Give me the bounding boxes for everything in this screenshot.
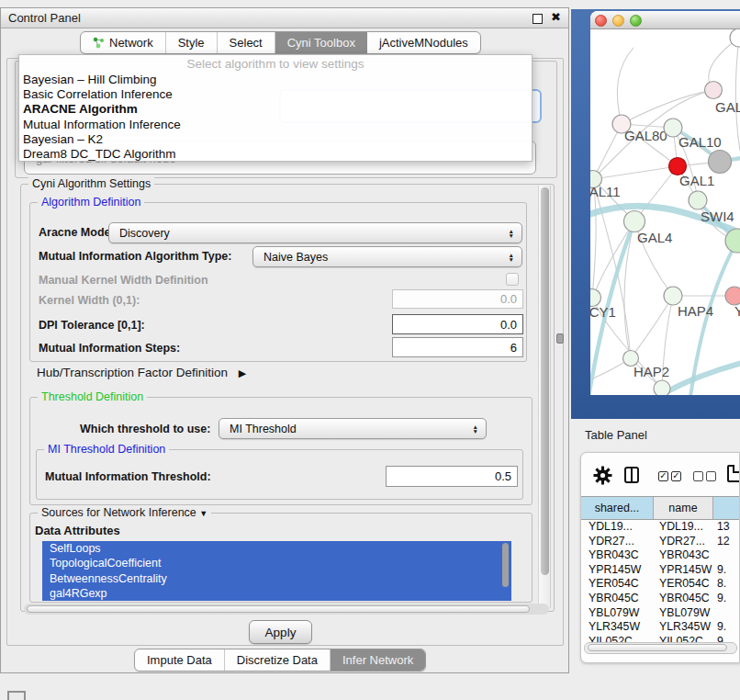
table-cell: YER054C	[581, 577, 654, 592]
tab-infer-network[interactable]: Infer Network	[331, 649, 425, 671]
algorithm-popup-prompt: Select algorithm to view settings	[19, 55, 532, 73]
data-attributes-list[interactable]: SelfLoopsTopologicalCoefficientBetweenne…	[42, 541, 511, 601]
network-window[interactable]: GALGAL80GAL10GAL1GAL11SWI4GAL4GCY1HAP4YH…	[590, 11, 740, 395]
table-row[interactable]: YDL19...YDL19...13	[581, 520, 740, 535]
column-layout-icon[interactable]	[624, 467, 639, 483]
attribute-item[interactable]: TopologicalCoefficient	[42, 556, 511, 570]
table-row[interactable]: YBR045CYBR045C9.	[581, 592, 740, 606]
mi-steps-field[interactable]: 6	[392, 337, 523, 357]
network-node-label: GAL80	[624, 128, 667, 143]
table-row[interactable]: YLR345WYLR345W9.	[581, 620, 740, 635]
which-threshold-value: MI Threshold	[230, 423, 297, 435]
aracne-mode-combo[interactable]: Discovery ▲▼	[108, 222, 522, 243]
mi-steps-value: 6	[510, 341, 517, 355]
dpi-tolerance-value: 0.0	[500, 318, 517, 332]
table-row[interactable]: YBL079WYBL079W	[581, 606, 740, 621]
settings-horizontal-scrollbar-thumb[interactable]	[27, 605, 530, 613]
document-icon[interactable]	[727, 465, 740, 482]
apply-button[interactable]: Apply	[249, 620, 312, 644]
unchecked-checkbox-icon[interactable]	[706, 471, 716, 481]
mi-threshold-group-title: MI Threshold Definition	[44, 443, 169, 456]
float-window-icon[interactable]	[533, 14, 543, 24]
sources-group-title[interactable]: Sources for Network Inference ▼	[38, 506, 211, 519]
algorithm-option[interactable]: Basic Correlation Inference	[19, 87, 532, 102]
close-icon[interactable]: ✖	[551, 10, 561, 24]
table-row[interactable]: YPR145WYPR145W9.	[581, 563, 740, 578]
minimize-traffic-light[interactable]	[612, 15, 624, 27]
table-horizontal-scrollbar[interactable]	[584, 642, 737, 654]
table-row[interactable]: YER054CYER054C8.	[581, 577, 740, 592]
table-row[interactable]: YDR27...YDR27...12	[581, 535, 740, 549]
mi-type-combo[interactable]: Naive Bayes ▲▼	[252, 246, 522, 267]
network-edge[interactable]	[622, 90, 713, 124]
network-edge[interactable]	[735, 38, 740, 151]
table-cell: YER054C	[654, 577, 713, 592]
network-node-hap4[interactable]	[664, 287, 682, 305]
table-panel-card: ✓ ✓ shared...name YDL19...YDL19...13YDR2…	[580, 452, 740, 663]
mi-threshold-field[interactable]: 0.5	[386, 466, 518, 487]
attribute-item[interactable]: gal4RGexp	[42, 586, 511, 601]
table-cell: YPR145W	[581, 563, 654, 578]
checked-checkbox-icon[interactable]: ✓	[671, 471, 681, 481]
dpi-tolerance-field[interactable]: 0.0	[392, 314, 523, 334]
tab-label: Impute Data	[147, 653, 212, 667]
mi-steps-label: Mutual Information Steps:	[39, 342, 180, 355]
checked-checkbox-icon[interactable]: ✓	[658, 471, 668, 481]
tab-label: Network	[109, 36, 153, 50]
tab-cyni-toolbox[interactable]: Cyni Toolbox	[275, 32, 367, 53]
settings-horizontal-scrollbar[interactable]	[24, 604, 549, 615]
which-threshold-combo[interactable]: MI Threshold ▲▼	[219, 418, 487, 439]
bottom-left-mini-button[interactable]	[7, 691, 26, 700]
network-node-y[interactable]	[725, 287, 740, 305]
network-edge[interactable]	[631, 296, 673, 358]
algorithm-option[interactable]: Bayesian – Hill Climbing	[19, 73, 532, 87]
tab-discretize-data[interactable]: Discretize Data	[225, 649, 331, 671]
tab-jactivemnodules[interactable]: jActiveMNodules	[367, 32, 480, 53]
algorithm-dropdown-popup: Select algorithm to view settings Bayesi…	[18, 54, 533, 162]
tab-select[interactable]: Select	[218, 32, 275, 53]
network-node[interactable]	[654, 380, 670, 395]
attributes-list-scrollbar[interactable]	[502, 543, 509, 587]
panel-divider-handle[interactable]	[556, 333, 564, 344]
table-horizontal-scrollbar-thumb[interactable]	[588, 644, 727, 651]
column-header[interactable]: shared...	[581, 497, 654, 519]
column-header[interactable]	[713, 497, 740, 519]
unchecked-checkbox-icon[interactable]	[693, 471, 703, 481]
hub-definition-expander[interactable]: Hub/Transcription Factor Definition ▶	[37, 366, 246, 379]
network-node[interactable]	[730, 29, 740, 47]
algorithm-option[interactable]: Mutual Information Inference	[19, 118, 532, 132]
zoom-traffic-light[interactable]	[630, 15, 642, 27]
stepper-arrows-icon: ▲▼	[509, 228, 514, 238]
manual-kernel-checkbox[interactable]	[506, 273, 519, 286]
algorithm-option[interactable]: Bayesian – K2	[19, 132, 532, 147]
network-edge[interactable]	[590, 231, 592, 298]
tab-impute-data[interactable]: Impute Data	[135, 649, 225, 671]
table-cell: YBL079W	[654, 606, 713, 621]
tab-label: Cyni Toolbox	[287, 36, 355, 50]
network-edge[interactable]	[593, 166, 678, 179]
column-header[interactable]: name	[654, 497, 713, 519]
attribute-item[interactable]: BetweennessCentrality	[42, 571, 511, 586]
settings-vertical-scrollbar[interactable]	[538, 186, 551, 608]
tab-network[interactable]: Network	[81, 32, 166, 53]
network-node-gal[interactable]	[705, 82, 723, 99]
network-icon	[93, 37, 105, 49]
gear-icon[interactable]	[592, 465, 613, 486]
table-header-row[interactable]: shared...name	[581, 496, 740, 520]
network-node[interactable]	[709, 151, 732, 174]
network-edge[interactable]	[617, 48, 633, 124]
close-traffic-light[interactable]	[595, 15, 607, 27]
network-node-label: GAL	[715, 99, 740, 115]
tab-style[interactable]: Style	[166, 32, 218, 53]
settings-vertical-scrollbar-thumb[interactable]	[541, 187, 549, 575]
table-row[interactable]: YBR043CYBR043C	[581, 548, 740, 563]
kernel-width-field: 0.0	[392, 289, 523, 309]
algorithm-option[interactable]: Dream8 DC_TDC Algorithm	[19, 147, 532, 162]
network-graph[interactable]: GALGAL80GAL10GAL1GAL11SWI4GAL4GCY1HAP4YH…	[590, 29, 740, 395]
table-cell: YBR043C	[654, 548, 713, 563]
attribute-item[interactable]: SelfLoops	[42, 541, 511, 556]
network-window-titlebar[interactable]	[590, 11, 740, 29]
table-cell: YDL19...	[581, 520, 654, 535]
algorithm-option[interactable]: ARACNE Algorithm	[19, 102, 532, 117]
network-node-swi4[interactable]	[689, 191, 707, 209]
